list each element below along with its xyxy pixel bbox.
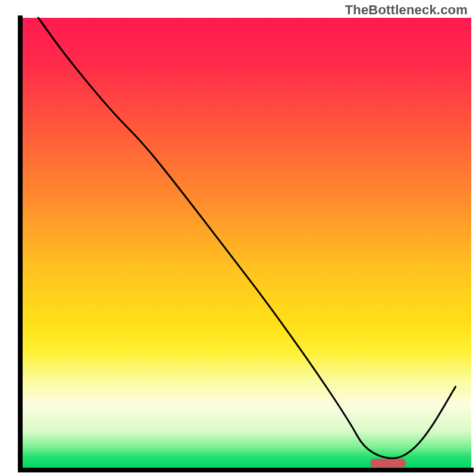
- watermark-text: TheBottleneck.com: [345, 2, 468, 18]
- chart-frame: { "watermark": "TheBottleneck.com", "cha…: [0, 0, 476, 476]
- optimal-range-marker: [370, 459, 406, 467]
- x-axis: [18, 468, 474, 472]
- y-axis: [18, 15, 23, 472]
- bottleneck-curve-chart: [0, 0, 476, 476]
